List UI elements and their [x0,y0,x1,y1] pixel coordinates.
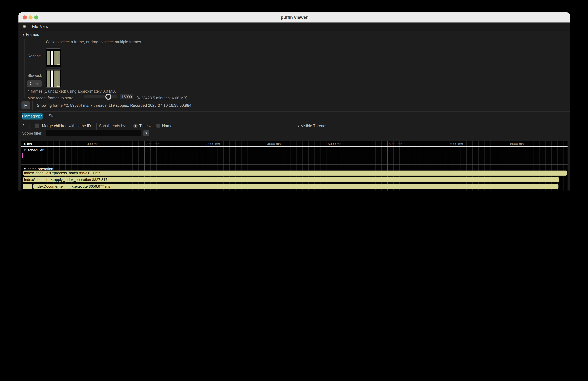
scope-filter-input[interactable] [46,130,141,136]
thread-header-scheduler[interactable]: ▼scheduler [23,148,43,152]
time-tick-label: 0 ms [24,142,32,146]
thread-header-batch-operation[interactable]: ▼batch-operation [23,167,53,171]
time-tick-label: 1000 ms [85,142,99,146]
slowest-frames-thumbnail[interactable] [46,69,61,88]
scope-bar[interactable] [23,184,32,189]
divider [19,111,570,112]
controls-separator [30,123,30,130]
frame-bar[interactable] [47,70,50,87]
controls-separator [96,123,97,130]
time-tick-label: 3000 ms [206,142,220,146]
merge-children-checkbox[interactable] [35,124,39,128]
frame-bar-tick [57,64,60,65]
sort-threads-label: Sort threads by: [99,124,126,128]
thread-name: batch-operation [27,167,53,171]
chevron-down-icon: ▼ [23,149,26,152]
menu-bar: ✳ File View [19,22,570,31]
scope-filter-clear-button[interactable]: x [143,130,149,136]
tab-stats[interactable]: Stats [49,114,57,118]
sort-direction-icon[interactable]: ↓ [149,124,151,127]
frame-bar[interactable] [50,70,53,87]
visible-threads-header[interactable]: ▶ Visible Threads [298,124,327,128]
theme-toggle-icon[interactable]: ✳ [23,22,26,31]
frame-bar[interactable] [57,70,60,87]
sort-time-label: Time [139,124,148,128]
frame-bar[interactable] [50,51,53,65]
sort-name-radio[interactable] [156,124,160,128]
max-frames-slider[interactable] [84,95,117,98]
frame-bar[interactable] [57,51,60,65]
max-frames-value[interactable]: 18000 [120,94,133,99]
menu-view[interactable]: View [40,22,48,31]
frame-bar[interactable] [54,70,57,87]
section-separator [21,165,567,165]
zero-line [23,141,23,147]
merge-children-label: Merge children with same ID [42,124,91,128]
help-button[interactable]: ? [22,124,24,128]
time-tick-label: 6000 ms [389,142,402,146]
max-frames-slider-knob[interactable] [105,94,111,100]
scope-bar[interactable]: IndexScheduler>::apply_index_operation 8… [23,177,559,182]
frame-info: Showing frame #2, 8957.4 ms, 7 threads, … [37,103,192,107]
section-separator [21,146,567,147]
frame-bar-tick [57,86,60,87]
max-frames-note: (≈ 23428.5 minutes, ≈ 68 MB) [137,96,188,100]
recent-frames-thumbnail[interactable] [46,48,61,67]
sort-name-label: Name [162,124,172,128]
time-tick-label: 4000 ms [267,142,281,146]
window-title: puffin viewer [19,12,570,22]
scope-bar[interactable] [22,153,23,158]
play-button[interactable]: ▶ [21,101,30,109]
time-tick-label: 7000 ms [449,142,463,146]
frame-bar[interactable] [47,51,50,65]
frames-indent-line [24,39,25,98]
time-tick-label: 5000 ms [328,142,341,146]
title-bar: puffin viewer [19,12,570,22]
sort-time-radio[interactable] [133,124,138,128]
chevron-right-icon: ▶ [298,125,300,127]
app-window: puffin viewer ✳ File View ▼ Frames Click… [19,12,570,190]
frames-hint: Click to select a frame, or drag to sele… [46,40,142,44]
screen: puffin viewer ✳ File View ▼ Frames Click… [0,0,588,190]
thread-name: scheduler [27,148,43,152]
scope-bar[interactable]: IndexScheduler>::process_batch 8953.821 … [23,170,567,176]
playback-separator [32,101,33,110]
frames-info: 4 frames (1 unpacked) using approximatel… [27,89,116,93]
clear-button[interactable]: Clear [27,80,42,87]
menu-file[interactable]: File [32,22,38,31]
flamegraph-canvas[interactable]: 0 ms0 ms1000 ms1000 ms2000 ms2000 ms3000… [21,141,567,190]
frame-bar[interactable] [54,51,57,65]
time-tick-label: 2000 ms [146,142,159,146]
radio-dot [135,125,136,127]
scope-filter-label: Scope filter: [22,131,42,135]
tab-flamegraph[interactable]: Flamegraph [22,113,43,120]
frames-section-header[interactable]: ▼ Frames [22,33,39,37]
scope-bar[interactable]: IndexDocuments<_, _>::execute 8656.677 m… [33,184,558,189]
divider [19,121,570,121]
max-frames-label: Max recent frames to store: [27,96,75,100]
menu-separator [29,24,29,29]
time-tick-label: 8000 ms [510,142,524,146]
chevron-down-icon: ▼ [23,168,26,170]
recent-label: Recent: [27,54,41,58]
slowest-label: Slowest: [27,74,42,78]
